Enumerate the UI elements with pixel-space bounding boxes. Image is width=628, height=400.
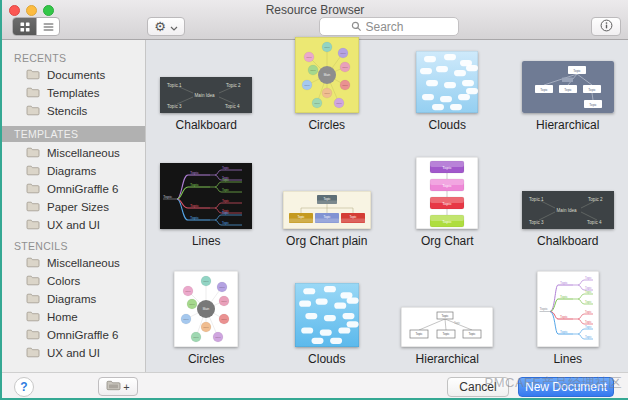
sidebar-item-templates[interactable]: Templates (2, 84, 145, 102)
template-label: Hierarchical (416, 352, 479, 366)
template-thumbnail-chalkboard-dark2[interactable]: Topic 1Topic 2 Main Idea Topic 3Topic 4 (522, 191, 614, 229)
template-thumbnail-org-chart[interactable]: TopicTopicTopicTopic (416, 157, 478, 229)
svg-text:Topic: Topic (190, 183, 199, 187)
window-body: RECENTSDocumentsTemplatesStencilsTEMPLAT… (2, 40, 628, 372)
action-menu-button[interactable]: ⚙ (147, 17, 185, 36)
template-item-lines-11[interactable]: TopicTopicTopicTopicTopicTopicTopicTopic… (508, 250, 628, 368)
svg-text:Topic 4: Topic 4 (225, 104, 240, 109)
template-thumbnail-circles-white[interactable]: TopicTopicTopicTopicTopicTopicTopicTopic… (174, 271, 238, 347)
sidebar-item-label: Documents (47, 69, 105, 81)
svg-text:Topic: Topic (560, 295, 568, 299)
svg-text:Topic: Topic (540, 88, 548, 92)
resource-browser-window: Resource Browser ⚙ (0, 0, 628, 400)
sidebar-item-miscellaneous[interactable]: Miscellaneous (2, 144, 145, 162)
grid-view-button[interactable] (13, 18, 36, 35)
template-item-hierarchical-10[interactable]: TopicTopic TopicTopicTopicHierarchical (387, 250, 508, 368)
svg-text:Topic: Topic (190, 204, 199, 208)
template-thumbnail-clouds-light[interactable] (416, 51, 478, 113)
sidebar-item-label: OmniGraffle 6 (47, 329, 118, 341)
svg-text:Topic: Topic (222, 178, 230, 182)
svg-text:Topic: Topic (324, 46, 330, 49)
template-thumbnail-circles-yellow[interactable]: TopicTopicTopicTopicTopicTopicTopicTopic… (295, 37, 359, 113)
sidebar-item-label: UX and UI (47, 347, 100, 359)
template-thumbnail-lines-black[interactable]: TopicTopicTopicTopicTopicTopicTopicTopic… (160, 163, 252, 229)
info-button[interactable] (591, 17, 621, 36)
titlebar-toolbar: Resource Browser ⚙ (2, 0, 628, 40)
template-item-chalkboard-7[interactable]: Topic 1Topic 2 Main Idea Topic 3Topic 4C… (508, 134, 628, 250)
svg-text:Topic: Topic (443, 165, 452, 170)
svg-text:Topic: Topic (342, 84, 348, 87)
svg-text:Topic: Topic (585, 335, 592, 339)
sidebar-item-documents[interactable]: Documents (2, 66, 145, 84)
template-item-clouds-2[interactable]: Clouds (387, 42, 508, 134)
template-thumbnail-lines-white[interactable]: TopicTopicTopicTopicTopicTopicTopicTopic… (537, 271, 599, 347)
svg-text:Topic: Topic (340, 52, 346, 55)
svg-text:Topic: Topic (219, 286, 225, 289)
folder-icon (26, 105, 40, 118)
svg-text:Topic: Topic (539, 307, 548, 311)
sidebar-item-ux-and-ui[interactable]: UX and UI (2, 216, 145, 234)
new-folder-button[interactable]: + (98, 377, 138, 396)
template-item-clouds-9[interactable]: Clouds (267, 250, 388, 368)
svg-text:Topic: Topic (193, 336, 199, 339)
folder-icon (26, 183, 40, 196)
svg-text:Topic: Topic (310, 69, 316, 72)
svg-text:Main: Main (323, 73, 330, 77)
svg-text:Topic: Topic (454, 321, 461, 325)
sidebar-item-ux-and-ui[interactable]: UX and UI (2, 344, 145, 362)
new-document-button[interactable]: New Document (518, 377, 614, 397)
list-view-icon (43, 18, 54, 36)
sidebar-section-header-templates: TEMPLATES (2, 126, 145, 142)
template-item-lines-4[interactable]: TopicTopicTopicTopicTopicTopicTopicTopic… (146, 134, 267, 250)
sidebar-item-diagrams[interactable]: Diagrams (2, 290, 145, 308)
template-label: Clouds (308, 352, 345, 366)
sidebar-item-label: Paper Sizes (47, 201, 109, 213)
svg-text:Topic: Topic (443, 201, 452, 206)
sidebar-item-miscellaneous[interactable]: Miscellaneous (2, 254, 145, 272)
sidebar-item-label: Home (47, 311, 78, 323)
sidebar-item-colors[interactable]: Colors (2, 272, 145, 290)
folder-plus-icon (106, 380, 121, 393)
template-item-hierarchical-3[interactable]: Topic TopicTopicTopicTopicHierarchical (508, 42, 628, 134)
svg-text:Topic: Topic (222, 166, 230, 170)
svg-text:Topic: Topic (349, 215, 357, 219)
template-item-chalkboard-0[interactable]: Topic 1Topic 2 Main Idea Topic 3Topic 4C… (146, 42, 267, 134)
search-input[interactable] (366, 20, 428, 34)
template-item-circles-8[interactable]: TopicTopicTopicTopicTopicTopicTopicTopic… (146, 250, 267, 368)
sidebar-item-omnigraffle-6[interactable]: OmniGraffle 6 (2, 180, 145, 198)
template-thumbnail-chalkboard-dark[interactable]: Topic 1Topic 2 Main Idea Topic 3Topic 4 (160, 77, 252, 113)
template-thumbnail-org-plain[interactable]: Topic TopicTopicTopic (283, 191, 371, 229)
sidebar-item-home[interactable]: Home (2, 308, 145, 326)
help-button[interactable]: ? (14, 377, 34, 397)
template-thumbnail-hier-white[interactable]: TopicTopic TopicTopicTopic (401, 307, 493, 347)
svg-text:Topic: Topic (306, 56, 312, 59)
footer-left: ? + (2, 377, 146, 397)
template-label: Chalkboard (537, 234, 598, 248)
svg-text:Topic: Topic (585, 290, 592, 294)
template-label: Circles (308, 118, 345, 132)
template-thumbnail-hier-slate[interactable]: Topic TopicTopicTopicTopic (522, 61, 614, 113)
template-label: Org Chart (421, 234, 474, 248)
view-mode-segmented-control (12, 17, 60, 36)
sidebar-item-diagrams[interactable]: Diagrams (2, 162, 145, 180)
template-item-org-chart-6[interactable]: TopicTopicTopicTopicOrg Chart (387, 134, 508, 250)
svg-text:Main: Main (203, 307, 210, 311)
search-field[interactable] (319, 17, 459, 36)
template-item-org-chart-plain-5[interactable]: Topic TopicTopicTopicOrg Chart plain (267, 134, 388, 250)
sidebar-item-omnigraffle-6[interactable]: OmniGraffle 6 (2, 326, 145, 344)
svg-text:Topic: Topic (190, 216, 199, 220)
list-view-button[interactable] (36, 18, 59, 35)
cancel-button[interactable]: Cancel (447, 377, 509, 397)
template-label: Hierarchical (536, 118, 599, 132)
sidebar-item-label: Miscellaneous (47, 147, 120, 159)
svg-text:Topic: Topic (442, 314, 450, 318)
svg-text:Topic: Topic (190, 171, 199, 175)
sidebar-item-stencils[interactable]: Stencils (2, 102, 145, 120)
sidebar-item-paper-sizes[interactable]: Paper Sizes (2, 198, 145, 216)
folder-icon (26, 293, 40, 306)
sidebar-section-header-recents: RECENTS (2, 50, 145, 66)
template-thumbnail-clouds-blue[interactable] (295, 283, 359, 347)
svg-text:Topic: Topic (443, 332, 451, 336)
template-item-circles-1[interactable]: TopicTopicTopicTopicTopicTopicTopicTopic… (267, 42, 388, 134)
svg-text:Topic: Topic (314, 102, 320, 105)
